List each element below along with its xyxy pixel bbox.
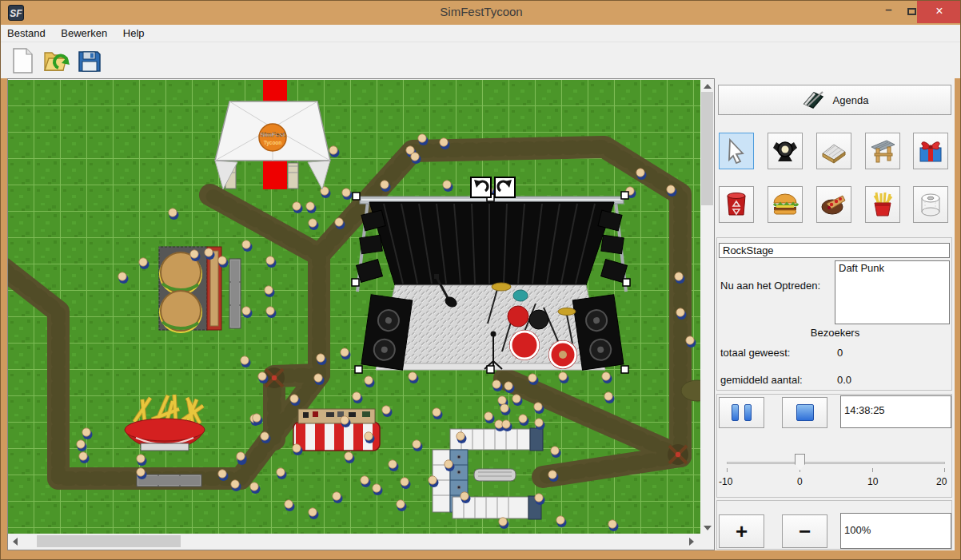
scroll-right-icon[interactable] (689, 538, 694, 546)
toolbar (1, 42, 961, 78)
urinal-trough (474, 469, 516, 481)
path-tile-icon (820, 137, 847, 165)
now-performing-label: Nu aan het Optreden: (720, 280, 820, 292)
total-visitors-value: 0 (837, 347, 843, 359)
tool-pizza-button[interactable] (816, 186, 851, 223)
agenda-button[interactable]: Agenda (718, 85, 951, 115)
tool-spotlight-button[interactable] (768, 133, 803, 169)
menu-bestand[interactable]: Bestand (1, 25, 52, 42)
tool-fries-button[interactable] (865, 186, 900, 223)
pause-button[interactable] (719, 397, 764, 428)
side-panel: Agenda (715, 78, 955, 550)
minimize-button[interactable]: – (877, 1, 900, 23)
tent-logo-line2: Tycoon (264, 140, 282, 146)
festival-map[interactable]: SimFest Tycoon (8, 80, 700, 534)
slider-label-10: 10 (867, 476, 878, 487)
titlebar: SF SimFestTycoon – × (1, 1, 961, 25)
trash-bin-icon (724, 191, 748, 218)
burger-stand[interactable] (159, 247, 221, 333)
stop-icon (796, 404, 814, 421)
zoom-out-button[interactable]: − (782, 514, 827, 548)
menu-bewerken[interactable]: Bewerken (54, 25, 114, 42)
tool-gift-button[interactable] (913, 133, 948, 169)
stage[interactable] (357, 197, 628, 371)
fries-icon (871, 191, 895, 218)
horizontal-scroll-thumb[interactable] (37, 535, 181, 547)
slider-label-0: 0 (797, 476, 803, 487)
menubar: Bestand Bewerken Help (1, 25, 961, 42)
gift-icon (917, 137, 944, 165)
speed-slider-track[interactable] (727, 462, 945, 464)
total-visitors-label: totaal geweest: (720, 347, 790, 359)
tool-path-button[interactable] (816, 133, 851, 169)
stop-button[interactable] (782, 397, 827, 428)
new-file-icon (10, 47, 34, 74)
average-visitors-label: gemiddeld aantal: (720, 374, 803, 386)
zoom-controls-group: + − 100% (716, 500, 952, 550)
visitors-header: Bezoekers (717, 327, 953, 339)
average-visitors-value: 0.0 (837, 374, 851, 386)
tool-select-button[interactable] (719, 133, 754, 169)
scroll-down-icon[interactable] (704, 526, 712, 530)
time-controls-group: 14:38:25 -10 0 10 20 (716, 394, 952, 498)
pizza-icon (820, 193, 847, 216)
tool-burger-button[interactable] (768, 186, 803, 223)
tool-toilet-paper-button[interactable] (913, 186, 948, 223)
burger-icon (772, 192, 799, 217)
zoom-in-button[interactable]: + (719, 514, 764, 548)
scroll-up-icon[interactable] (704, 84, 712, 89)
cursor-icon (724, 138, 748, 164)
tool-gate-button[interactable] (865, 133, 900, 169)
open-folder-icon (42, 47, 70, 74)
slider-label-max: 20 (936, 476, 947, 487)
performer-item[interactable]: Daft Punk (839, 262, 946, 274)
toilet-paper-icon (918, 192, 943, 217)
pause-icon (732, 404, 739, 421)
app-window: SF SimFestTycoon – × Bestand Bewerken He… (0, 0, 961, 560)
stage-info-group: Nu aan het Optreden: Daft Punk Bezoekers… (716, 237, 952, 391)
bench[interactable] (229, 259, 241, 328)
rotate-left-button[interactable] (471, 177, 491, 197)
map-canvas-container: SimFest Tycoon (7, 78, 715, 550)
bench[interactable] (137, 475, 201, 487)
stage-name-input[interactable] (719, 243, 950, 258)
zoom-level-display: 100% (840, 513, 951, 549)
vertical-scrollbar[interactable] (700, 80, 714, 534)
menu-help[interactable]: Help (117, 25, 151, 42)
agenda-book-icon (801, 89, 825, 110)
rotate-right-button[interactable] (495, 177, 515, 197)
slider-label-min: -10 (719, 476, 732, 487)
windmill-marker (668, 444, 688, 465)
tent-logo-line1: SimFest (260, 131, 285, 138)
clock-display: 14:38:25 (840, 395, 951, 428)
open-file-button[interactable] (41, 46, 71, 76)
vertical-scroll-thumb[interactable] (701, 92, 713, 205)
agenda-label: Agenda (833, 94, 869, 106)
tool-trash-button[interactable] (719, 186, 754, 223)
save-file-button[interactable] (74, 46, 105, 76)
spotlight-icon (772, 137, 799, 165)
save-icon (77, 48, 102, 73)
market-stall[interactable] (293, 409, 380, 451)
scroll-left-icon[interactable] (13, 538, 18, 546)
horizontal-scrollbar[interactable] (8, 534, 700, 549)
speed-slider-thumb[interactable] (795, 454, 805, 471)
window-title: SimFestTycoon (1, 5, 961, 18)
gate-icon (869, 137, 896, 165)
new-file-button[interactable] (7, 46, 38, 76)
now-performing-listbox[interactable]: Daft Punk (835, 260, 950, 324)
maximize-icon (907, 8, 916, 15)
close-button[interactable]: × (917, 1, 961, 23)
